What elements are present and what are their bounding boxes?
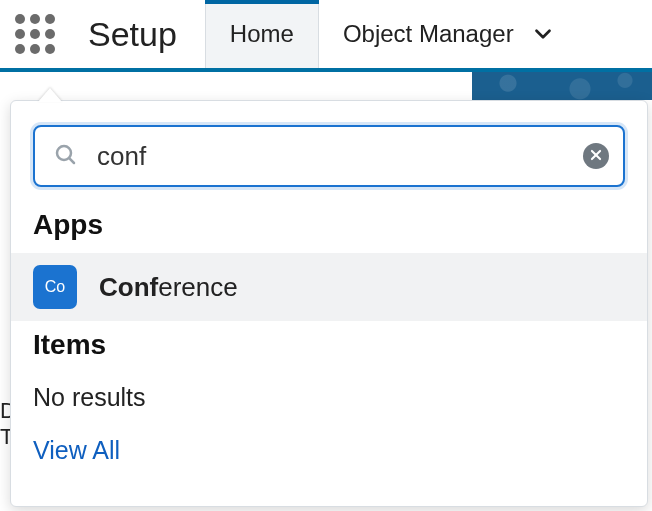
match-text: Conf (99, 272, 158, 302)
page-title: Setup (70, 0, 205, 68)
section-heading-apps: Apps (11, 201, 647, 253)
clear-search-button[interactable] (583, 143, 609, 169)
search-input[interactable] (33, 125, 625, 187)
context-bar (0, 72, 652, 100)
search-icon (53, 142, 77, 170)
global-header: Setup Home Object Manager (0, 0, 652, 72)
items-no-results: No results (11, 373, 647, 418)
tab-object-manager-menu[interactable] (524, 0, 566, 68)
app-launcher-button[interactable] (0, 0, 70, 68)
close-icon (589, 148, 603, 165)
app-launcher-popover: Apps Co Conference Items No results View… (10, 100, 648, 507)
tab-object-manager[interactable]: Object Manager (319, 0, 524, 68)
popover-nubbin (38, 88, 62, 102)
app-result-conference[interactable]: Co Conference (11, 253, 647, 321)
chevron-down-icon (530, 21, 556, 47)
waffle-icon (15, 14, 55, 54)
tab-label: Object Manager (343, 20, 514, 48)
rest-text: erence (158, 272, 238, 302)
header-pattern (472, 72, 652, 100)
tab-label: Home (230, 20, 294, 48)
app-result-label: Conference (99, 272, 238, 303)
app-tile-icon: Co (33, 265, 77, 309)
view-all-link[interactable]: View All (11, 418, 142, 475)
tab-home[interactable]: Home (205, 0, 319, 68)
search-field-wrap (33, 125, 625, 187)
section-heading-items: Items (11, 321, 647, 373)
svg-line-1 (69, 158, 74, 163)
